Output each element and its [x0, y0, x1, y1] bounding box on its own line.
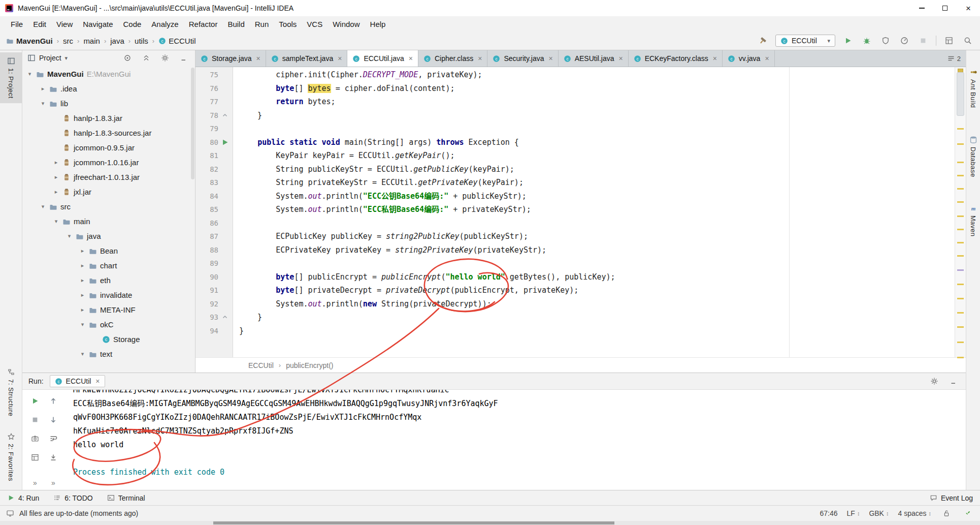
tab-sampletext-java[interactable]: csampleText.java×: [266, 50, 348, 67]
close-tab-icon[interactable]: ×: [94, 377, 100, 385]
error-stripe-mark[interactable]: [957, 255, 964, 257]
project-tree-item[interactable]: ▾lib: [22, 96, 195, 111]
maximize-button[interactable]: [933, 0, 957, 16]
chevron-right-icon[interactable]: ▸: [79, 306, 86, 313]
run-console[interactable]: MFkwEwYHKoZIzj0CAQYIKoZIzj0DAQcDQgAETR17…: [66, 390, 966, 490]
lock-toggle-button[interactable]: [940, 507, 953, 519]
tab-storage-java[interactable]: cStorage.java×: [195, 50, 266, 67]
breadcrumb-item-utils[interactable]: utils: [135, 37, 148, 45]
profiler-button[interactable]: [898, 35, 910, 47]
error-stripe-mark[interactable]: [957, 175, 964, 176]
tool-stripe-button-1-project[interactable]: 1: Project: [0, 52, 22, 103]
menu-item-analyze[interactable]: Analyze: [147, 18, 183, 30]
close-tab-icon[interactable]: ×: [255, 54, 260, 63]
scrollbar-thumb[interactable]: [957, 72, 964, 116]
error-stripe-mark[interactable]: [957, 188, 964, 190]
error-stripe-mark[interactable]: [957, 312, 964, 314]
project-tree-item[interactable]: ▾text: [22, 347, 195, 361]
code-editor[interactable]: cipher.init(Cipher.DECRYPT_MODE, private…: [233, 67, 955, 357]
project-tree-item[interactable]: ▸eth: [22, 273, 195, 288]
hidden-tabs-indicator[interactable]: 2: [942, 50, 966, 67]
editor-breadcrumb-item[interactable]: publicEncrypt(): [286, 361, 333, 369]
code-line[interactable]: [239, 217, 955, 230]
code-line[interactable]: String publicKeyStr = ECCUtil.getPublicK…: [239, 163, 955, 176]
status-widget-gbk[interactable]: GBK↕: [869, 509, 889, 517]
chevron-down-icon[interactable]: ▾: [66, 233, 73, 239]
tool-stripe-button-7-structure[interactable]: 7: Structure: [0, 363, 22, 421]
menu-item-view[interactable]: View: [52, 18, 77, 30]
code-line[interactable]: byte[] publicEncrypt = publicEncrypt("he…: [239, 270, 955, 284]
project-tree-item[interactable]: ▸META-INF: [22, 302, 195, 317]
menu-item-window[interactable]: Window: [328, 18, 364, 30]
error-stripe-mark[interactable]: [957, 342, 964, 343]
project-scrollbar[interactable]: [191, 68, 194, 179]
tool-window-button-terminal[interactable]: Terminal: [107, 494, 145, 502]
chevron-down-icon[interactable]: ▾: [79, 351, 86, 357]
project-tree-item[interactable]: ▸jcommon-1.0.16.jar: [22, 155, 195, 170]
close-tab-icon[interactable]: ×: [408, 54, 413, 63]
tab-vv-java[interactable]: cvv.java×: [723, 50, 775, 67]
code-line[interactable]: }: [239, 109, 955, 122]
code-line[interactable]: KeyPair keyPair = ECCUtil.getKeyPair();: [239, 149, 955, 163]
chevron-right-icon[interactable]: ▸: [79, 292, 86, 298]
chevron-right-icon[interactable]: ▸: [79, 277, 86, 284]
editor-breadcrumb-item[interactable]: ECCUtil: [248, 361, 274, 369]
code-line[interactable]: }: [239, 311, 955, 324]
close-tab-icon[interactable]: ×: [617, 54, 623, 63]
soft-wrap-button[interactable]: [47, 433, 59, 445]
tab-cipher-class[interactable]: cCipher.class×: [418, 50, 487, 67]
coverage-button[interactable]: [879, 35, 892, 47]
tool-stripe-button-2-favorites[interactable]: 2: Favorites: [0, 428, 22, 486]
code-line[interactable]: byte[] bytes = cipher.doFinal(content);: [239, 82, 955, 96]
chevron-right-icon[interactable]: ▸: [53, 189, 59, 195]
more-options-icon[interactable]: »: [33, 479, 37, 487]
notification-icon[interactable]: [962, 507, 974, 519]
code-line[interactable]: [239, 122, 955, 136]
project-tree-item[interactable]: ▸.idea: [22, 81, 195, 96]
code-line[interactable]: }: [239, 324, 955, 338]
error-stripe-mark[interactable]: [957, 215, 964, 217]
project-tree-item[interactable]: cStorage: [22, 332, 195, 347]
code-line[interactable]: byte[] privateDecrypt = privateDecrypt(p…: [239, 284, 955, 297]
run-configuration-combo[interactable]: cECCUtil▾: [775, 35, 835, 47]
tool-window-button-6-todo[interactable]: 6: TODO: [53, 494, 93, 502]
breadcrumb-item-java[interactable]: java: [110, 37, 124, 45]
code-line[interactable]: ECPublicKey publicKey = string2PublicKey…: [239, 230, 955, 243]
code-line[interactable]: System.out.println("ECC公钥Base64编码:" + pu…: [239, 190, 955, 203]
debug-button[interactable]: [861, 35, 873, 47]
project-tree-item[interactable]: hanlp-1.8.3-sources.jar: [22, 126, 195, 140]
close-tab-icon[interactable]: ×: [477, 54, 482, 63]
breadcrumb-item-src[interactable]: src: [63, 37, 73, 45]
chevron-down-icon[interactable]: ▾: [40, 203, 46, 210]
menu-item-tools[interactable]: Tools: [274, 18, 301, 30]
chevron-down-icon[interactable]: ▾: [53, 218, 59, 225]
status-widget-67-46[interactable]: 67:46: [820, 509, 837, 517]
code-line[interactable]: public static void main(String[] args) t…: [239, 136, 955, 149]
code-line[interactable]: ECPrivateKey privateKey = string2Private…: [239, 243, 955, 257]
close-button[interactable]: ×: [957, 0, 980, 16]
project-tree-item[interactable]: ▸Bean: [22, 243, 195, 258]
error-stripe-mark[interactable]: [957, 143, 964, 145]
error-stripe-mark[interactable]: [957, 229, 964, 230]
step-up-button[interactable]: [47, 395, 59, 407]
project-tree-item[interactable]: ▸chart: [22, 258, 195, 273]
menu-item-help[interactable]: Help: [366, 18, 390, 30]
breadcrumb-item-eccutil[interactable]: cECCUtil: [158, 37, 195, 45]
minimize-button[interactable]: [910, 0, 933, 16]
search-everywhere-button[interactable]: [962, 35, 974, 47]
code-line[interactable]: String privateKeyStr = ECCUtil.getPrivat…: [239, 176, 955, 190]
project-tree-item[interactable]: ▾java: [22, 229, 195, 243]
close-tab-icon[interactable]: ×: [764, 54, 769, 63]
code-line[interactable]: return bytes;: [239, 95, 955, 109]
error-stripe-mark[interactable]: [957, 128, 964, 130]
menu-item-refactor[interactable]: Refactor: [184, 18, 222, 30]
chevron-down-icon[interactable]: ▾: [40, 100, 46, 107]
project-tree-item[interactable]: ▸jxl.jar: [22, 184, 195, 199]
tool-window-button-4-run[interactable]: 4: Run: [7, 494, 39, 502]
code-line[interactable]: cipher.init(Cipher.DECRYPT_MODE, private…: [239, 68, 955, 82]
chevron-right-icon[interactable]: ▸: [79, 262, 86, 269]
error-stripe-mark[interactable]: [957, 326, 964, 328]
chevron-down-icon[interactable]: ▾: [79, 321, 86, 328]
tool-stripe-button-maven[interactable]: mMaven: [966, 200, 980, 241]
menu-item-edit[interactable]: Edit: [28, 18, 51, 30]
